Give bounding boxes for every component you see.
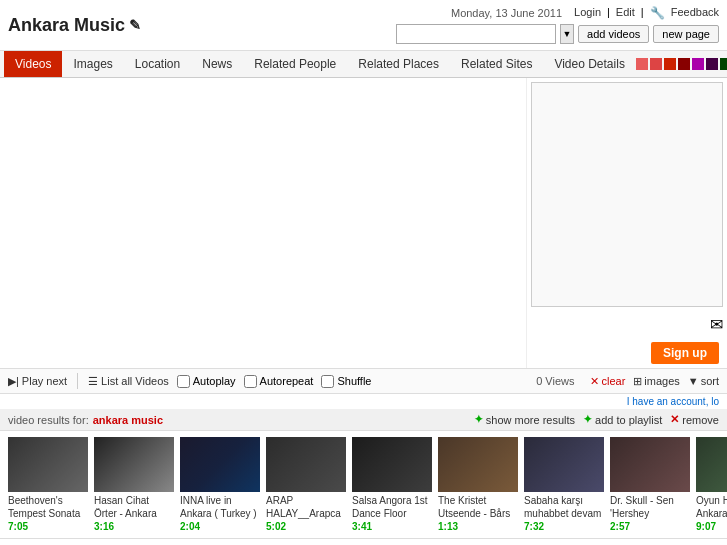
signup-button[interactable]: Sign up <box>651 342 719 364</box>
autoplay-checkbox[interactable] <box>177 375 190 388</box>
playlist-plus-icon: ✦ <box>583 413 592 426</box>
new-page-button[interactable]: new page <box>653 25 719 43</box>
add-videos-button[interactable]: add videos <box>578 25 649 43</box>
video-duration-5: 1:13 <box>438 521 518 532</box>
video-duration-7: 2:57 <box>610 521 690 532</box>
video-title-7: Dr. Skull - Sen 'Hershey <box>610 494 690 520</box>
chat-send-icon: ✉ <box>710 315 723 334</box>
video-duration-6: 7:32 <box>524 521 604 532</box>
header: Ankara Music ✎ Monday, 13 June 2011 Logi… <box>0 0 727 51</box>
edit-pencil-icon[interactable]: ✎ <box>129 17 141 33</box>
swatch-7[interactable] <box>720 58 727 70</box>
header-links: Login | Edit | 🔧 Feedback <box>574 6 719 20</box>
results-query: ankara music <box>93 414 163 426</box>
swatch-5[interactable] <box>692 58 704 70</box>
remove-x-icon: ✕ <box>670 413 679 426</box>
swatch-6[interactable] <box>706 58 718 70</box>
video-thumb-4[interactable]: Salsa Angora 1st Dance Floor3:41 <box>352 437 432 532</box>
video-thumb-2[interactable]: INNA live in Ankara ( Turkey )2:04 <box>180 437 260 532</box>
video-title-2: INNA live in Ankara ( Turkey ) <box>180 494 260 520</box>
footer-bar: 👍 Like ✉ f t w ↗ ShareThis <box>0 538 727 545</box>
autoplay-label: Autoplay <box>193 375 236 387</box>
video-thumb-1[interactable]: Hasan Cihat Örter - Ankara3:16 <box>94 437 174 532</box>
sort-icon: ▼ <box>688 375 699 387</box>
video-thumbnail-image-1 <box>94 437 174 492</box>
video-thumbnail-image-6 <box>524 437 604 492</box>
list-all-videos-button[interactable]: ☰ List all Videos <box>88 375 169 388</box>
video-thumb-6[interactable]: Sabaha karşı muhabbet devam7:32 <box>524 437 604 532</box>
video-title-8: Oyun Havası Ankara Misket & <box>696 494 727 520</box>
title-text: Ankara Music <box>8 15 125 36</box>
feedback-icon: 🔧 <box>650 6 665 20</box>
signup-row: ✉ <box>527 311 727 338</box>
swatch-1[interactable] <box>636 58 648 70</box>
video-thumbnail-image-2 <box>180 437 260 492</box>
video-title-3: ARAP HALAY__Arapca <box>266 494 346 520</box>
account-notice[interactable]: I have an account, lo <box>0 394 727 409</box>
list-icon: ☰ <box>88 375 98 388</box>
date-display: Monday, 13 June 2011 <box>451 7 562 19</box>
video-thumb-5[interactable]: The Kristet Utseende - Bårs1:13 <box>438 437 518 532</box>
nav-tab-related-people[interactable]: Related People <box>243 51 347 77</box>
add-to-playlist-button[interactable]: ✦ add to playlist <box>583 413 662 426</box>
sort-button[interactable]: ▼ sort <box>688 375 719 387</box>
shuffle-checkbox-label[interactable]: Shuffle <box>321 375 371 388</box>
swatch-2[interactable] <box>650 58 662 70</box>
images-button[interactable]: ⊞ images <box>633 375 679 388</box>
header-search-row: ▼ add videos new page <box>396 24 719 44</box>
list-all-label: List all Videos <box>101 375 169 387</box>
feedback-link[interactable]: Feedback <box>671 6 719 20</box>
video-grid: Beethoven's Tempest Sonata7:05Hasan Ciha… <box>0 431 727 538</box>
edit-link[interactable]: Edit <box>616 6 635 20</box>
clear-label: clear <box>601 375 625 387</box>
nav-tab-location[interactable]: Location <box>124 51 191 77</box>
video-thumb-0[interactable]: Beethoven's Tempest Sonata7:05 <box>8 437 88 532</box>
video-thumb-8[interactable]: Oyun Havası Ankara Misket &9:07 <box>696 437 727 532</box>
swatch-3[interactable] <box>664 58 676 70</box>
results-bar: video results for: ankara music ✦ show m… <box>0 409 727 431</box>
nav-tab-video-details[interactable]: Video Details <box>543 51 636 77</box>
nav-tab-related-places[interactable]: Related Places <box>347 51 450 77</box>
autorepeat-checkbox-label[interactable]: Autorepeat <box>244 375 314 388</box>
side-panel: ✉ Sign up <box>527 78 727 368</box>
controls-bar: ▶| Play next ☰ List all Videos Autoplay … <box>0 368 727 394</box>
images-icon: ⊞ <box>633 375 642 388</box>
play-next-button[interactable]: ▶| Play next <box>8 375 67 388</box>
remove-label: remove <box>682 414 719 426</box>
show-more-results-button[interactable]: ✦ show more results <box>474 413 575 426</box>
nav-tabs: VideosImagesLocationNewsRelated PeopleRe… <box>0 51 727 78</box>
clear-button[interactable]: ✕ clear <box>590 375 625 388</box>
autorepeat-checkbox[interactable] <box>244 375 257 388</box>
login-link[interactable]: Login <box>574 6 601 20</box>
header-right: Monday, 13 June 2011 Login | Edit | 🔧 Fe… <box>396 6 719 44</box>
video-thumb-7[interactable]: Dr. Skull - Sen 'Hershey2:57 <box>610 437 690 532</box>
results-actions: ✦ show more results ✦ add to playlist ✕ … <box>474 413 719 426</box>
swatch-4[interactable] <box>678 58 690 70</box>
video-thumbnail-image-7 <box>610 437 690 492</box>
controls-right: ✕ clear ⊞ images ▼ sort <box>590 375 719 388</box>
search-dropdown-arrow[interactable]: ▼ <box>560 24 574 44</box>
autorepeat-label: Autorepeat <box>260 375 314 387</box>
nav-tab-related-sites[interactable]: Related Sites <box>450 51 543 77</box>
video-thumbnail-image-0 <box>8 437 88 492</box>
nav-tab-videos[interactable]: Videos <box>4 51 62 77</box>
color-swatches <box>636 58 727 70</box>
video-thumb-3[interactable]: ARAP HALAY__Arapca5:02 <box>266 437 346 532</box>
nav-tab-news[interactable]: News <box>191 51 243 77</box>
nav-tabs-right: ⬆ upload 🔊 ▐▐ ⏮ ⏭ <box>636 55 727 74</box>
video-duration-4: 3:41 <box>352 521 432 532</box>
shuffle-checkbox[interactable] <box>321 375 334 388</box>
video-title-0: Beethoven's Tempest Sonata <box>8 494 88 520</box>
video-duration-2: 2:04 <box>180 521 260 532</box>
video-title-1: Hasan Cihat Örter - Ankara <box>94 494 174 520</box>
nav-tab-images[interactable]: Images <box>62 51 123 77</box>
chat-box[interactable] <box>531 82 723 307</box>
add-to-playlist-label: add to playlist <box>595 414 662 426</box>
video-duration-8: 9:07 <box>696 521 727 532</box>
account-link[interactable]: I have an account, lo <box>627 396 719 407</box>
views-count: 0 Views <box>536 375 574 387</box>
remove-button[interactable]: ✕ remove <box>670 413 719 426</box>
video-duration-0: 7:05 <box>8 521 88 532</box>
header-search-input[interactable] <box>396 24 556 44</box>
autoplay-checkbox-label[interactable]: Autoplay <box>177 375 236 388</box>
